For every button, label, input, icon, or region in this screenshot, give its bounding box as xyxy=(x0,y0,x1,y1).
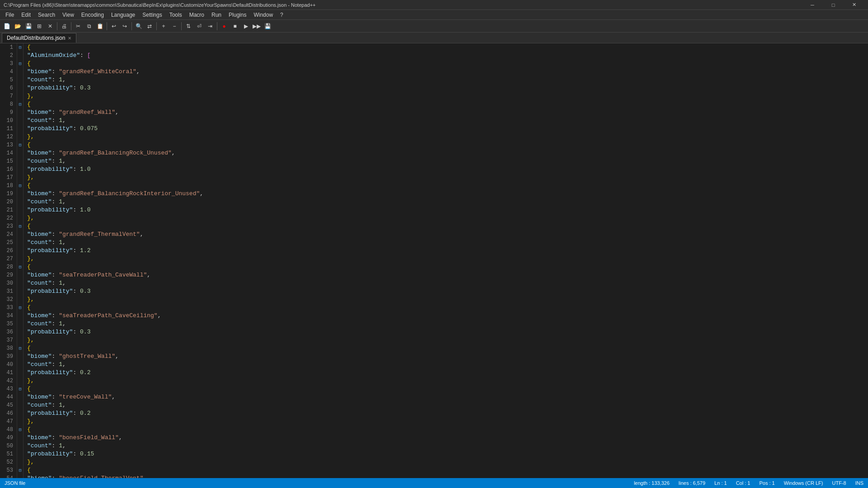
code-line-30: "count": 1, xyxy=(27,279,864,287)
code-area[interactable]: { "AluminumOxide": [ { "biome": "grandRe… xyxy=(23,43,868,478)
code-line-47: }, xyxy=(27,418,864,426)
fold-marker-8[interactable]: ⊟ xyxy=(17,100,23,108)
print-button[interactable]: 🖨 xyxy=(59,21,69,31)
fold-marker-23[interactable]: ⊟ xyxy=(17,222,23,230)
fold-marker-53[interactable]: ⊟ xyxy=(17,466,23,474)
fold-marker-18[interactable]: ⊟ xyxy=(17,182,23,190)
code-line-53: { xyxy=(27,466,864,474)
fold-marker-33[interactable]: ⊟ xyxy=(17,304,23,312)
menu-item-file[interactable]: File xyxy=(2,10,18,20)
line-number-3: 3 xyxy=(2,60,13,68)
play-multiple-button[interactable]: ▶▶ xyxy=(252,21,262,31)
fold-marker-45 xyxy=(17,401,23,409)
fold-marker-2 xyxy=(17,52,23,60)
line-number-22: 22 xyxy=(2,214,13,222)
fold-marker-1[interactable]: ⊟ xyxy=(17,43,23,52)
fold-marker-13[interactable]: ⊟ xyxy=(17,141,23,149)
fold-marker-34 xyxy=(17,312,23,320)
line-number-46: 46 xyxy=(2,409,13,418)
fold-marker-37 xyxy=(17,336,23,344)
close-btn[interactable]: ✕ xyxy=(45,21,55,31)
code-line-7: }, xyxy=(27,92,864,100)
line-number-13: 13 xyxy=(2,141,13,149)
line-endings: Windows (CR LF) xyxy=(784,480,823,486)
line-number-34: 34 xyxy=(2,312,13,320)
menu-item-language[interactable]: Language xyxy=(108,10,139,20)
fold-marker-29 xyxy=(17,271,23,279)
paste-button[interactable]: 📋 xyxy=(95,21,105,31)
code-line-33: { xyxy=(27,304,864,312)
menu-item-tools[interactable]: Tools xyxy=(166,10,186,20)
line-number-51: 51 xyxy=(2,450,13,458)
col-info: Col : 1 xyxy=(736,480,751,486)
separator-6 xyxy=(181,22,182,30)
wrap-button[interactable]: ⏎ xyxy=(194,21,204,31)
menu-item-plugins[interactable]: Plugins xyxy=(225,10,250,20)
code-line-8: { xyxy=(27,100,864,108)
tabbar: DefaultDistributions.json ✕ xyxy=(0,33,868,43)
menu-item-settings[interactable]: Settings xyxy=(139,10,165,20)
save-macro-button[interactable]: 💾 xyxy=(263,21,272,31)
status-left: JSON file xyxy=(5,480,25,486)
zoom-in-button[interactable]: + xyxy=(159,21,169,31)
stop-button[interactable]: ■ xyxy=(230,21,240,31)
line-number-4: 4 xyxy=(2,68,13,76)
indent-button[interactable]: ⇥ xyxy=(205,21,215,31)
titlebar: C:\Program Files (x86)\Steam\steamapps\c… xyxy=(0,0,868,10)
sync-button[interactable]: ⇅ xyxy=(183,21,193,31)
code-line-25: "count": 1, xyxy=(27,239,864,247)
fold-marker-3[interactable]: ⊟ xyxy=(17,60,23,68)
fold-marker-24 xyxy=(17,230,23,239)
menu-item-?[interactable]: ? xyxy=(277,10,287,20)
separator-4 xyxy=(131,22,132,30)
undo-button[interactable]: ↩ xyxy=(109,21,119,31)
menu-item-window[interactable]: Window xyxy=(250,10,277,20)
play-button[interactable]: ▶ xyxy=(241,21,251,31)
line-number-50: 50 xyxy=(2,442,13,450)
fold-marker-43[interactable]: ⊟ xyxy=(17,385,23,393)
line-number-44: 44 xyxy=(2,393,13,401)
menu-item-search[interactable]: Search xyxy=(34,10,59,20)
fold-marker-38[interactable]: ⊟ xyxy=(17,344,23,352)
ln-info: Ln : 1 xyxy=(714,480,727,486)
maximize-button[interactable]: □ xyxy=(823,0,844,10)
menu-item-macro[interactable]: Macro xyxy=(186,10,208,20)
code-line-24: "biome": "grandReef_ThermalVent", xyxy=(27,230,864,239)
find-button[interactable]: 🔍 xyxy=(134,21,144,31)
fold-marker-42 xyxy=(17,377,23,385)
redo-button[interactable]: ↪ xyxy=(120,21,130,31)
new-button[interactable]: 📄 xyxy=(2,21,12,31)
code-line-3: { xyxy=(27,60,864,68)
code-line-4: "biome": "grandReef_WhiteCoral", xyxy=(27,68,864,76)
fold-marker-28[interactable]: ⊟ xyxy=(17,263,23,271)
minimize-button[interactable]: ─ xyxy=(802,0,823,10)
save-button[interactable]: 💾 xyxy=(23,21,33,31)
tab-defaultdistributions[interactable]: DefaultDistributions.json ✕ xyxy=(2,33,76,43)
code-line-18: { xyxy=(27,182,864,190)
line-number-28: 28 xyxy=(2,263,13,271)
fold-marker-25 xyxy=(17,239,23,247)
separator-5 xyxy=(156,22,157,30)
window-controls: ─ □ ✕ xyxy=(802,0,864,10)
save-all-button[interactable]: ⊞ xyxy=(34,21,44,31)
line-number-48: 48 xyxy=(2,426,13,434)
menu-item-edit[interactable]: Edit xyxy=(18,10,34,20)
tab-close-icon[interactable]: ✕ xyxy=(68,36,71,41)
fold-marker-48[interactable]: ⊟ xyxy=(17,426,23,434)
open-button[interactable]: 📂 xyxy=(13,21,23,31)
record-button[interactable]: ● xyxy=(219,21,229,31)
line-number-29: 29 xyxy=(2,271,13,279)
menu-item-view[interactable]: View xyxy=(59,10,78,20)
fold-marker-54 xyxy=(17,474,23,478)
copy-button[interactable]: ⧉ xyxy=(84,21,94,31)
menu-item-encoding[interactable]: Encoding xyxy=(78,10,108,20)
close-button[interactable]: ✕ xyxy=(844,0,864,10)
zoom-out-button[interactable]: − xyxy=(169,21,179,31)
code-line-13: { xyxy=(27,141,864,149)
replace-button[interactable]: ⇄ xyxy=(145,21,155,31)
menu-item-run[interactable]: Run xyxy=(208,10,225,20)
line-number-53: 53 xyxy=(2,466,13,474)
cut-button[interactable]: ✂ xyxy=(73,21,83,31)
code-line-46: "probability": 0.2 xyxy=(27,409,864,418)
fold-marker-52 xyxy=(17,458,23,466)
